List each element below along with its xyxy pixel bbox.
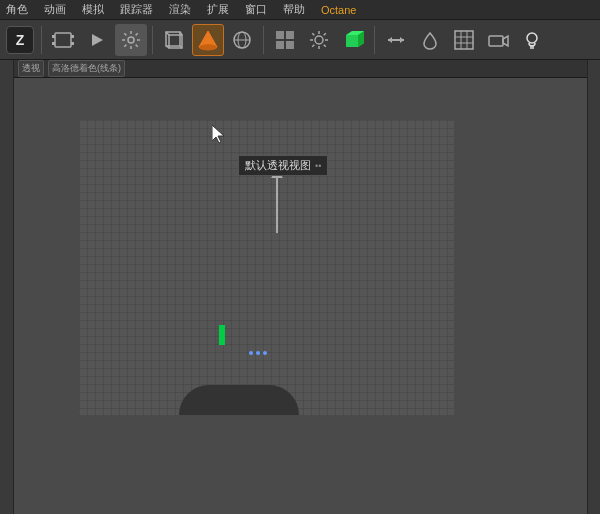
camera-icon <box>487 29 509 51</box>
scene-object-green <box>219 325 225 345</box>
svg-rect-18 <box>276 31 284 39</box>
main-area: 透视 高洛德着色(线条) 默认透视视图 •• <box>0 60 600 514</box>
cube-outline-icon <box>163 29 185 51</box>
camera-button[interactable] <box>482 24 514 56</box>
menu-item-octane[interactable]: Octane <box>319 4 358 16</box>
play-button[interactable] <box>81 24 113 56</box>
green-cube-button[interactable] <box>337 24 369 56</box>
sphere-button[interactable] <box>226 24 258 56</box>
menu-item-help[interactable]: 帮助 <box>281 2 307 17</box>
svg-rect-2 <box>52 42 55 45</box>
timeline-button[interactable] <box>47 24 79 56</box>
arrow-indicator <box>271 168 283 233</box>
green-cube-icon <box>342 29 364 51</box>
menu-item-window[interactable]: 窗口 <box>243 2 269 17</box>
cone-icon <box>197 29 219 51</box>
move-button[interactable] <box>380 24 412 56</box>
light-icon <box>521 29 543 51</box>
tooltip-text: 默认透视视图 <box>245 158 311 173</box>
move-icon <box>385 29 407 51</box>
svg-rect-4 <box>71 42 74 45</box>
cursor-svg <box>212 125 228 145</box>
menu-item-role[interactable]: 角色 <box>4 2 30 17</box>
svg-rect-20 <box>276 41 284 49</box>
sphere-icon <box>231 29 253 51</box>
menu-item-simulate[interactable]: 模拟 <box>80 2 106 17</box>
svg-point-14 <box>199 44 217 50</box>
separator-3 <box>263 26 264 54</box>
menu-item-render[interactable]: 渲染 <box>167 2 193 17</box>
svg-rect-19 <box>286 31 294 39</box>
svg-marker-27 <box>400 37 404 43</box>
undo-button[interactable]: Z <box>4 24 36 56</box>
menu-item-animation[interactable]: 动画 <box>42 2 68 17</box>
toolbar: Z <box>0 20 600 60</box>
cursor-indicator <box>212 125 228 141</box>
svg-point-22 <box>315 36 323 44</box>
light-button[interactable] <box>516 24 548 56</box>
vp-perspective-label[interactable]: 透视 <box>18 60 44 77</box>
blue-dot-3 <box>263 351 267 355</box>
viewport-tooltip: 默认透视视图 •• <box>238 155 328 176</box>
grid-icon <box>453 29 475 51</box>
arrow-line <box>276 178 278 233</box>
paint-icon <box>419 29 441 51</box>
cubes-icon <box>274 29 296 51</box>
menu-bar: 角色 动画 模拟 跟踪器 渲染 扩展 窗口 帮助 Octane <box>0 0 600 20</box>
cube-outline-button[interactable] <box>158 24 190 56</box>
viewport[interactable]: 透视 高洛德着色(线条) 默认透视视图 •• <box>14 60 587 514</box>
film-icon <box>52 31 74 49</box>
svg-rect-21 <box>286 41 294 49</box>
svg-marker-28 <box>388 37 392 43</box>
undo-z-icon: Z <box>6 26 34 54</box>
settings-icon <box>121 30 141 50</box>
blue-dot-1 <box>249 351 253 355</box>
gear-detail-button[interactable] <box>303 24 335 56</box>
scene-silhouette <box>179 385 299 415</box>
right-panel <box>587 60 600 514</box>
tooltip-icon: •• <box>315 161 321 171</box>
menu-item-extend[interactable]: 扩展 <box>205 2 231 17</box>
cubes-button[interactable] <box>269 24 301 56</box>
svg-rect-34 <box>489 36 503 46</box>
settings-button[interactable] <box>115 24 147 56</box>
play-icon <box>88 31 106 49</box>
svg-rect-29 <box>455 31 473 49</box>
svg-marker-5 <box>92 34 103 46</box>
viewport-header: 透视 高洛德着色(线条) <box>14 60 587 78</box>
svg-rect-3 <box>71 35 74 38</box>
svg-rect-1 <box>52 35 55 38</box>
blue-dot-2 <box>256 351 260 355</box>
svg-point-6 <box>128 37 134 43</box>
svg-point-36 <box>527 33 537 43</box>
separator-1 <box>41 26 42 54</box>
scene-dots-blue <box>249 351 267 355</box>
cone-button[interactable] <box>192 24 224 56</box>
svg-rect-23 <box>346 35 358 47</box>
separator-4 <box>374 26 375 54</box>
grid-button[interactable] <box>448 24 480 56</box>
vp-gouraud-label[interactable]: 高洛德着色(线条) <box>48 60 125 77</box>
left-panel <box>0 60 14 514</box>
separator-2 <box>152 26 153 54</box>
gear-detail-icon <box>308 29 330 51</box>
svg-rect-0 <box>55 33 71 47</box>
menu-item-tracker[interactable]: 跟踪器 <box>118 2 155 17</box>
svg-marker-42 <box>212 125 224 143</box>
paint-button[interactable] <box>414 24 446 56</box>
